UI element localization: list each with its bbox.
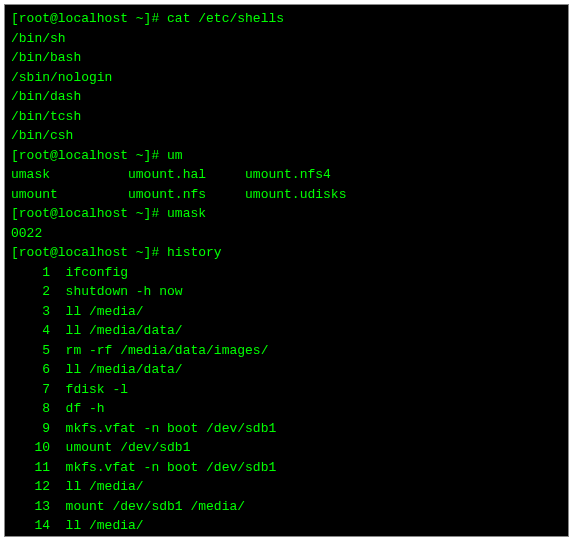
- history-entry: 8 df -h: [11, 399, 562, 419]
- shell-prompt: [root@localhost ~]#: [11, 11, 167, 26]
- history-entry: 2 shutdown -h now: [11, 282, 562, 302]
- output-line: /bin/sh: [11, 29, 562, 49]
- command-line-um: [root@localhost ~]# um: [11, 146, 562, 166]
- command-text: umask: [167, 206, 206, 221]
- history-entry: 14 ll /media/: [11, 516, 562, 536]
- output-line: 0022: [11, 224, 562, 244]
- tab-completion-line: umount umount.nfs umount.udisks: [11, 185, 562, 205]
- command-text: cat /etc/shells: [167, 11, 284, 26]
- history-entry: 12 ll /media/: [11, 477, 562, 497]
- output-line: /bin/tcsh: [11, 107, 562, 127]
- history-entry: 9 mkfs.vfat -n boot /dev/sdb1: [11, 419, 562, 439]
- output-line: /bin/bash: [11, 48, 562, 68]
- terminal-window[interactable]: [root@localhost ~]# cat /etc/shells /bin…: [4, 4, 569, 537]
- tab-completion-line: umask umount.hal umount.nfs4: [11, 165, 562, 185]
- history-entry: 5 rm -rf /media/data/images/: [11, 341, 562, 361]
- output-line: /sbin/nologin: [11, 68, 562, 88]
- shell-prompt: [root@localhost ~]#: [11, 148, 167, 163]
- command-line-umask: [root@localhost ~]# umask: [11, 204, 562, 224]
- history-entry: 3 ll /media/: [11, 302, 562, 322]
- command-text: um: [167, 148, 183, 163]
- history-entry: 13 mount /dev/sdb1 /media/: [11, 497, 562, 517]
- command-text: history: [167, 245, 222, 260]
- history-entry: 10 umount /dev/sdb1: [11, 438, 562, 458]
- history-entry: 7 fdisk -l: [11, 380, 562, 400]
- history-entry: 4 ll /media/data/: [11, 321, 562, 341]
- shell-prompt: [root@localhost ~]#: [11, 206, 167, 221]
- output-line: /bin/dash: [11, 87, 562, 107]
- shell-prompt: [root@localhost ~]#: [11, 245, 167, 260]
- command-line-history: [root@localhost ~]# history: [11, 243, 562, 263]
- history-entry: 1 ifconfig: [11, 263, 562, 283]
- history-entry: 6 ll /media/data/: [11, 360, 562, 380]
- output-line: /bin/csh: [11, 126, 562, 146]
- command-line-cat: [root@localhost ~]# cat /etc/shells: [11, 9, 562, 29]
- history-output: 1 ifconfig 2 shutdown -h now 3 ll /media…: [11, 263, 562, 538]
- history-entry: 15 umount /media/: [11, 536, 562, 538]
- history-entry: 11 mkfs.vfat -n boot /dev/sdb1: [11, 458, 562, 478]
